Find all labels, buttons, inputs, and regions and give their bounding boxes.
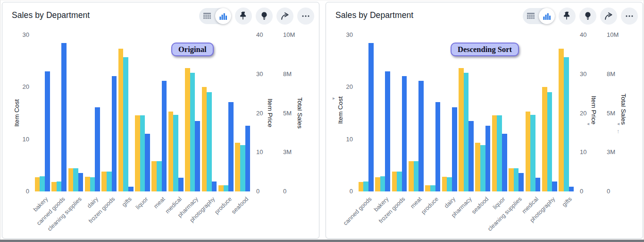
bar[interactable] (73, 168, 78, 191)
bar[interactable] (475, 143, 480, 191)
bar[interactable] (107, 172, 112, 191)
bar[interactable] (190, 73, 195, 191)
bar[interactable] (452, 107, 457, 191)
bar[interactable] (151, 161, 157, 191)
bar[interactable] (245, 126, 251, 191)
bar[interactable] (442, 177, 447, 191)
bar[interactable] (224, 185, 229, 191)
bar[interactable] (430, 185, 435, 191)
bar[interactable] (425, 185, 430, 191)
pin-button[interactable] (559, 8, 576, 25)
bar[interactable] (235, 143, 240, 191)
bar[interactable] (128, 187, 134, 191)
bar[interactable] (397, 172, 402, 191)
bar[interactable] (368, 43, 374, 191)
bar[interactable] (45, 71, 50, 191)
bar[interactable] (168, 112, 174, 191)
bar[interactable] (414, 161, 419, 191)
bar[interactable] (68, 168, 74, 191)
bar[interactable] (385, 71, 390, 191)
bar[interactable] (485, 126, 491, 191)
bar[interactable] (123, 57, 128, 191)
bar[interactable] (559, 49, 564, 191)
pin-button[interactable] (235, 8, 252, 25)
bar[interactable] (118, 49, 124, 191)
bar[interactable] (530, 115, 535, 191)
bar[interactable] (418, 81, 424, 191)
bar[interactable] (497, 115, 502, 191)
chart-view-button[interactable] (539, 8, 555, 24)
y-axis-tick: 30 (10, 31, 29, 38)
bar[interactable] (135, 115, 140, 191)
bar[interactable] (514, 168, 519, 191)
bar[interactable] (90, 177, 95, 191)
bar[interactable] (195, 121, 200, 191)
x-axis-label: produce (420, 196, 440, 216)
bar[interactable] (547, 92, 552, 191)
bar[interactable] (375, 177, 380, 191)
sort-indicator-total-sales-up: ↑ (617, 129, 619, 134)
bar[interactable] (569, 187, 574, 191)
bar[interactable] (85, 177, 90, 191)
bar[interactable] (145, 134, 150, 191)
bar[interactable] (552, 182, 557, 191)
bar[interactable] (40, 176, 45, 191)
bar[interactable] (409, 161, 414, 191)
bar[interactable] (402, 76, 407, 191)
bar[interactable] (542, 87, 547, 191)
share-button[interactable] (276, 8, 293, 25)
bar[interactable] (363, 182, 368, 191)
visual-title: Sales by Department (335, 10, 413, 20)
bar[interactable] (157, 161, 162, 191)
bar[interactable] (380, 176, 385, 191)
bar[interactable] (464, 73, 469, 191)
bar[interactable] (140, 115, 145, 191)
bar[interactable] (61, 43, 67, 191)
bar[interactable] (218, 185, 224, 191)
y-axis-tick: 10 (256, 148, 275, 156)
bar[interactable] (435, 102, 441, 191)
view-toggle[interactable] (199, 8, 231, 24)
insights-button[interactable] (579, 8, 596, 25)
bar[interactable] (202, 87, 207, 191)
bar[interactable] (178, 178, 184, 191)
bar[interactable] (459, 68, 464, 191)
bar[interactable] (492, 115, 497, 191)
bar[interactable] (564, 57, 569, 191)
table-view-button[interactable] (199, 12, 215, 20)
bar[interactable] (535, 178, 541, 191)
more-options-button[interactable] (297, 8, 314, 25)
more-options-button[interactable] (621, 8, 638, 25)
bar[interactable] (212, 182, 217, 191)
bar[interactable] (228, 102, 234, 191)
table-view-button[interactable] (523, 12, 539, 20)
bar[interactable] (78, 173, 84, 191)
bar-chart-icon (219, 12, 227, 20)
bar[interactable] (240, 145, 245, 191)
bar[interactable] (207, 92, 212, 191)
bar[interactable] (95, 107, 100, 191)
share-button[interactable] (600, 8, 617, 25)
bar[interactable] (35, 177, 40, 191)
bar[interactable] (173, 115, 178, 191)
bar[interactable] (185, 68, 190, 191)
bar[interactable] (57, 182, 62, 191)
bar[interactable] (480, 145, 485, 191)
bar[interactable] (162, 81, 167, 191)
chart-view-button[interactable] (215, 8, 231, 24)
bar[interactable] (51, 182, 57, 191)
bar[interactable] (509, 168, 514, 191)
bar[interactable] (468, 121, 474, 191)
bar[interactable] (101, 172, 107, 191)
lightbulb-icon (259, 11, 269, 21)
bar[interactable] (519, 173, 524, 191)
bar[interactable] (392, 172, 397, 191)
bar[interactable] (526, 112, 531, 191)
bar[interactable] (359, 182, 364, 191)
bar[interactable] (502, 134, 507, 191)
bar[interactable] (447, 177, 452, 191)
insights-button[interactable] (256, 8, 273, 25)
x-axis-label: canned goods (342, 196, 373, 226)
bar[interactable] (112, 76, 117, 191)
view-toggle[interactable] (523, 8, 555, 24)
